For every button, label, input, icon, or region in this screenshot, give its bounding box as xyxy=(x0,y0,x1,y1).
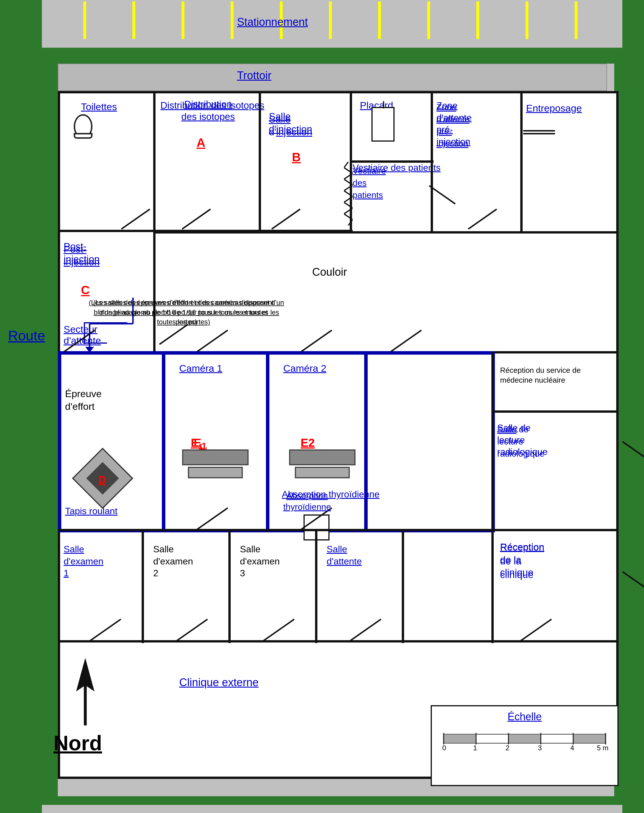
road-right xyxy=(623,0,644,813)
salle-examen1-label[interactable]: Salled'examen1 xyxy=(64,544,103,579)
entreposage-wall-bottom xyxy=(520,231,619,234)
note-fix: (Les salles des épreuves d'effort et des… xyxy=(90,298,278,327)
blue-wall-v1 xyxy=(58,351,61,532)
salle-attente-label[interactable]: Salled'attente xyxy=(327,544,362,567)
bottom-v5 xyxy=(491,529,494,643)
parking-line-11 xyxy=(575,2,578,39)
toilettes-room-wall-bottom xyxy=(58,230,156,232)
scale-title: Échelle xyxy=(439,711,610,723)
toilet-base xyxy=(74,133,92,139)
parking-line-10 xyxy=(526,2,528,39)
camera2-label[interactable]: Caméra 2 xyxy=(283,363,326,374)
vestiaire-fix[interactable]: Vestiairedespatients xyxy=(353,165,428,201)
svg-text:1: 1 xyxy=(473,744,477,752)
injection-room-wall-right xyxy=(259,91,261,230)
svg-rect-7 xyxy=(573,734,606,743)
parking-line-7 xyxy=(378,2,381,39)
trottoir-label[interactable]: Trottoir xyxy=(237,69,271,82)
svg-text:4: 4 xyxy=(570,744,574,752)
scale-box: Échelle 0 1 2 3 4 5 mètres xyxy=(431,705,619,786)
placard-line xyxy=(383,101,384,109)
placard-visual xyxy=(371,107,394,142)
parking-line-4 xyxy=(231,2,233,39)
absorption-fix[interactable]: Absorptionthyroïdienne xyxy=(283,490,331,513)
door-entreposage-2 xyxy=(523,133,555,135)
camera1-equipment-bottom xyxy=(188,467,243,478)
entreposage-label[interactable]: Entreposage xyxy=(526,103,582,114)
reception-clinique-fix[interactable]: Réceptionde laclinique xyxy=(500,540,544,582)
right-section-wall-h xyxy=(491,410,619,413)
post-injection-fix[interactable]: Post-injection xyxy=(64,243,100,268)
parking-line-3 xyxy=(181,2,184,39)
clinique-externe-label[interactable]: Clinique externe xyxy=(179,676,259,689)
camera1-label[interactable]: Caméra 1 xyxy=(179,363,222,374)
label-e2-display: E2 xyxy=(301,436,315,449)
svg-text:2: 2 xyxy=(506,744,509,752)
label-a: A xyxy=(196,136,205,150)
toilettes-label[interactable]: Toilettes xyxy=(81,101,117,112)
label-b: B xyxy=(292,150,301,164)
couloir-label: Couloir xyxy=(312,266,347,278)
svg-rect-3 xyxy=(444,734,476,743)
post-injection-wall-right xyxy=(153,230,155,351)
entreposage-wall-left xyxy=(520,91,523,233)
svg-rect-6 xyxy=(541,734,573,743)
zigzag-wall xyxy=(344,162,353,231)
parking-line-2 xyxy=(132,2,135,39)
svg-text:0: 0 xyxy=(442,744,446,752)
salle-injection-fix[interactable]: Salled'injection xyxy=(269,113,312,138)
zone-attente-wall-left xyxy=(431,91,433,233)
svg-text:3: 3 xyxy=(538,744,542,752)
parking-line-8 xyxy=(427,2,430,39)
scale-graphic: 0 1 2 3 4 5 mètres xyxy=(441,729,609,752)
salle-examen3-label: Salled'examen3 xyxy=(240,544,280,579)
stationnement-label: Stationnement xyxy=(237,16,308,28)
road-bottom-right xyxy=(623,697,644,813)
svg-rect-5 xyxy=(508,734,541,743)
label-e1-display: E1 xyxy=(191,436,203,452)
route-label[interactable]: Route xyxy=(8,328,45,344)
distribution-fix[interactable]: Distributiondes isotopes xyxy=(159,98,257,123)
salle-lecture-fix[interactable]: Salle delectureradiologique xyxy=(497,423,544,460)
main-wall-h1 xyxy=(153,231,534,234)
bottom-v4 xyxy=(402,529,404,643)
parking-area xyxy=(42,0,623,48)
nord-arrow xyxy=(56,656,114,731)
camera1-equipment-top xyxy=(182,449,248,465)
parking-line-9 xyxy=(476,2,479,39)
blue-wall-v2 xyxy=(162,351,165,532)
sidewalk xyxy=(58,64,607,91)
bottom-v3 xyxy=(315,529,317,643)
door-vestiaire-right xyxy=(428,185,429,214)
svg-text:5 mètres: 5 mètres xyxy=(597,744,609,752)
zone-attente-fix[interactable]: Zoned'attentepré-injection xyxy=(437,101,469,150)
bottom-v1 xyxy=(142,529,144,643)
parking-line-6 xyxy=(329,2,332,39)
green-top-strip xyxy=(42,48,623,64)
reception-service-label: Réception du service de médecine nucléai… xyxy=(500,366,601,385)
epreuve-effort-label: Épreuved'effort xyxy=(65,387,102,413)
road-left xyxy=(0,0,42,813)
tapis-roulant-label[interactable]: Tapis roulant xyxy=(65,506,117,516)
nord-label: Nord xyxy=(54,731,102,755)
parking-line-1 xyxy=(83,2,86,39)
blue-wall-v4 xyxy=(364,351,368,532)
distribution-room-wall-left xyxy=(153,91,155,230)
camera2-equipment-top xyxy=(289,449,356,465)
bottom-v2 xyxy=(228,529,231,643)
door-entreposage-1 xyxy=(523,130,555,132)
svg-rect-4 xyxy=(476,734,508,743)
label-d: D xyxy=(98,474,106,487)
green-inner-strip xyxy=(42,48,58,805)
blue-wall-v3 xyxy=(266,351,269,532)
camera2-equipment-bottom xyxy=(295,467,350,478)
svg-marker-23 xyxy=(85,347,94,352)
salle-examen2-label: Salled'examen2 xyxy=(153,544,193,579)
